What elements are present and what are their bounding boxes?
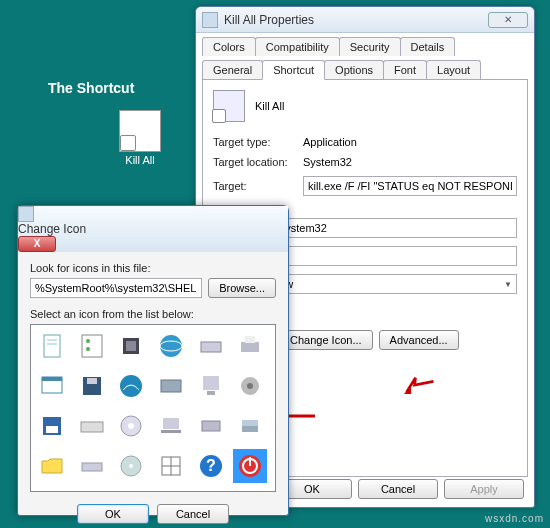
- keyboard-icon[interactable]: [75, 409, 109, 443]
- svg-rect-18: [161, 380, 181, 392]
- cd-icon[interactable]: [114, 409, 148, 443]
- svg-point-5: [86, 347, 90, 351]
- printer-icon[interactable]: [233, 329, 267, 363]
- serial-icon[interactable]: [194, 409, 228, 443]
- desktop-shortcut[interactable]: Kill All: [110, 110, 170, 166]
- properties-sysicon: [202, 12, 218, 28]
- chevron-down-icon: ▼: [504, 280, 512, 289]
- pc-icon[interactable]: [194, 369, 228, 403]
- change-icon-dialog: Change Icon X Look for icons in this fil…: [17, 205, 289, 516]
- svg-rect-32: [242, 420, 258, 426]
- svg-rect-31: [242, 426, 258, 432]
- label-target: Target:: [213, 180, 303, 192]
- floppy-icon[interactable]: [75, 369, 109, 403]
- help-icon[interactable]: ?: [194, 449, 228, 483]
- change-icon-ok-button[interactable]: OK: [77, 504, 149, 524]
- tab-details[interactable]: Details: [400, 37, 456, 56]
- window-icon[interactable]: [35, 369, 69, 403]
- svg-rect-25: [81, 422, 103, 432]
- icon-list-scrollbar[interactable]: ◄ ►: [31, 491, 275, 492]
- svg-rect-14: [42, 377, 62, 381]
- tab-options[interactable]: Options: [324, 60, 384, 79]
- value-target-location: System32: [303, 156, 517, 168]
- select-icon-label: Select an icon from the list below:: [30, 308, 276, 320]
- tab-colors[interactable]: Colors: [202, 37, 256, 56]
- tab-row-1: Colors Compatibility Security Details: [196, 33, 534, 56]
- shortcut-icon: [119, 110, 161, 152]
- tab-compatibility[interactable]: Compatibility: [255, 37, 340, 56]
- power-icon[interactable]: [233, 449, 267, 483]
- svg-point-4: [86, 339, 90, 343]
- tab-security[interactable]: Security: [339, 37, 401, 56]
- hdd-icon[interactable]: [154, 369, 188, 403]
- stack-icon[interactable]: [233, 409, 267, 443]
- change-icon-titlebar[interactable]: Change Icon X: [18, 206, 288, 252]
- svg-point-27: [128, 423, 134, 429]
- svg-rect-16: [87, 378, 97, 384]
- svg-rect-12: [245, 336, 255, 343]
- drive2-icon[interactable]: [75, 449, 109, 483]
- tab-layout[interactable]: Layout: [426, 60, 481, 79]
- properties-apply-button[interactable]: Apply: [444, 479, 524, 499]
- properties-title: Kill All Properties: [224, 13, 488, 27]
- svg-rect-10: [201, 342, 221, 352]
- tree-icon[interactable]: [75, 329, 109, 363]
- document-icon[interactable]: [35, 329, 69, 363]
- shortcut-name: Kill All: [255, 100, 284, 112]
- look-for-label: Look for icons in this file:: [30, 262, 276, 274]
- value-target-type: Application: [303, 136, 517, 148]
- svg-rect-3: [82, 335, 102, 357]
- change-icon-sysicon: [18, 206, 34, 222]
- svg-point-8: [160, 335, 182, 357]
- svg-text:?: ?: [206, 457, 216, 474]
- svg-rect-28: [163, 418, 179, 429]
- properties-titlebar[interactable]: Kill All Properties ✕: [196, 7, 534, 33]
- network-globe-icon[interactable]: [114, 369, 148, 403]
- change-icon-title: Change Icon: [18, 222, 288, 236]
- target-input[interactable]: [303, 176, 517, 196]
- chip-icon[interactable]: [114, 329, 148, 363]
- tab-row-2: General Shortcut Options Font Layout: [196, 56, 534, 79]
- drive-icon[interactable]: [194, 329, 228, 363]
- label-target-type: Target type:: [213, 136, 303, 148]
- change-icon-button[interactable]: Change Icon...: [279, 330, 373, 350]
- globe-icon[interactable]: [154, 329, 188, 363]
- gear-icon[interactable]: [233, 369, 267, 403]
- shortcut-label: Kill All: [110, 154, 170, 166]
- page-heading: The Shortcut: [48, 80, 134, 96]
- svg-rect-0: [44, 335, 60, 357]
- properties-footer: OK Cancel Apply: [272, 479, 524, 499]
- folder-icon[interactable]: [35, 449, 69, 483]
- icon-path-input[interactable]: [30, 278, 202, 298]
- change-icon-cancel-button[interactable]: Cancel: [157, 504, 229, 524]
- properties-cancel-button[interactable]: Cancel: [358, 479, 438, 499]
- save-icon[interactable]: [35, 409, 69, 443]
- svg-rect-33: [82, 463, 102, 471]
- tab-shortcut[interactable]: Shortcut: [262, 60, 325, 80]
- svg-rect-11: [241, 342, 259, 352]
- svg-rect-20: [207, 391, 215, 395]
- grid-icon[interactable]: [154, 449, 188, 483]
- laptop-icon[interactable]: [154, 409, 188, 443]
- tab-general[interactable]: General: [202, 60, 263, 79]
- browse-button[interactable]: Browse...: [208, 278, 276, 298]
- icon-list: ? ◄ ►: [30, 324, 276, 492]
- svg-point-22: [247, 383, 253, 389]
- tab-font[interactable]: Font: [383, 60, 427, 79]
- change-icon-close-button[interactable]: X: [18, 236, 56, 252]
- shortcut-big-icon: [213, 90, 245, 122]
- svg-rect-19: [203, 376, 219, 390]
- label-target-location: Target location:: [213, 156, 303, 168]
- svg-rect-30: [202, 421, 220, 431]
- svg-rect-29: [161, 430, 181, 433]
- svg-rect-7: [126, 341, 136, 351]
- advanced-button[interactable]: Advanced...: [379, 330, 459, 350]
- svg-point-35: [129, 464, 133, 468]
- watermark: wsxdn.com: [485, 513, 544, 524]
- properties-close-button[interactable]: ✕: [488, 12, 528, 28]
- svg-point-17: [120, 375, 142, 397]
- disc-icon[interactable]: [114, 449, 148, 483]
- svg-rect-24: [46, 426, 58, 433]
